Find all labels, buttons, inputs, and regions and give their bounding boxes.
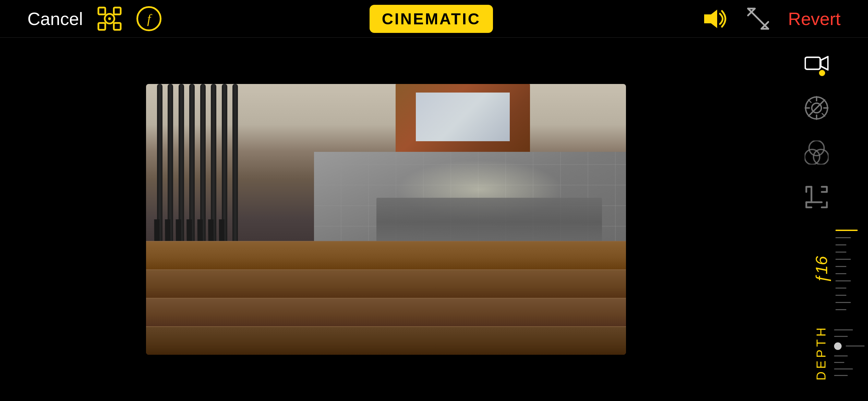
video-frame — [146, 84, 626, 355]
active-indicator — [819, 70, 825, 76]
depth-knob-row — [834, 342, 865, 350]
depth-tick — [834, 375, 848, 376]
door-window — [416, 93, 510, 141]
aperture-section: ƒ16 — [772, 230, 861, 310]
stair-step — [146, 298, 626, 326]
depth-ticks — [834, 329, 865, 376]
tick-9 — [835, 295, 846, 296]
tick-3 — [835, 252, 846, 253]
crop-button[interactable] — [801, 182, 832, 212]
cinematic-badge: CINEMATIC — [370, 5, 493, 33]
tick-11 — [835, 309, 846, 310]
svg-point-24 — [805, 149, 820, 165]
depth-tick-active — [846, 345, 865, 347]
f-function-icon: f — [136, 6, 162, 32]
aperture-value: ƒ16 — [813, 256, 830, 283]
svg-rect-3 — [114, 23, 121, 30]
svg-text:f: f — [147, 12, 152, 26]
depth-tick — [834, 362, 844, 363]
stair-step — [146, 326, 626, 355]
focus-finder-button[interactable] — [97, 6, 122, 32]
color-button[interactable] — [801, 137, 832, 168]
right-panel: ƒ16 DEPTH — [772, 38, 868, 401]
svg-marker-8 — [704, 10, 717, 28]
svg-point-25 — [813, 149, 829, 165]
focus-finder-icon — [97, 6, 122, 32]
svg-marker-11 — [821, 57, 828, 70]
tick-4 — [835, 259, 851, 260]
depth-knob[interactable] — [834, 342, 842, 350]
volume-button[interactable] — [701, 7, 728, 31]
adjustments-button[interactable] — [801, 93, 832, 123]
depth-tick — [834, 329, 853, 330]
stairs — [146, 241, 626, 355]
revert-button[interactable]: Revert — [788, 9, 841, 29]
top-bar-right: Revert — [701, 6, 841, 32]
svg-rect-10 — [805, 57, 820, 69]
svg-rect-0 — [98, 8, 105, 14]
depth-tick — [834, 355, 848, 356]
tick-8 — [835, 288, 846, 289]
tick-6 — [835, 273, 846, 274]
main-content: ƒ16 DEPTH — [0, 38, 868, 401]
video-mode-button[interactable] — [801, 48, 832, 79]
aperture-ticks — [835, 230, 858, 310]
fullscreen-icon — [745, 6, 771, 32]
top-bar: Cancel f CINEMATIC — [0, 0, 868, 38]
depth-tick — [834, 336, 848, 337]
depth-tick — [834, 368, 853, 369]
tick-10 — [835, 302, 851, 303]
svg-rect-1 — [114, 8, 121, 14]
color-wheel-icon — [805, 141, 829, 165]
tick-1 — [835, 237, 851, 238]
video-area — [0, 38, 772, 401]
volume-icon — [701, 7, 728, 31]
floor-mat — [376, 198, 602, 246]
svg-point-5 — [108, 17, 111, 20]
svg-point-23 — [809, 141, 824, 156]
fullscreen-button[interactable] — [745, 6, 771, 32]
video-still — [146, 84, 626, 355]
f-function-button[interactable]: f — [136, 6, 162, 32]
top-bar-left: Cancel f — [27, 6, 162, 32]
svg-rect-2 — [98, 23, 105, 30]
depth-section: DEPTH — [772, 325, 868, 380]
tick-7 — [835, 280, 851, 281]
depth-label: DEPTH — [814, 325, 829, 380]
stair-step — [146, 241, 626, 269]
tick-active — [835, 230, 858, 231]
tick-2 — [835, 244, 846, 245]
crop-icon — [805, 185, 829, 209]
stair-step — [146, 269, 626, 298]
adjustments-icon — [805, 96, 829, 120]
tick-5 — [835, 266, 846, 267]
cancel-button[interactable]: Cancel — [27, 9, 83, 29]
